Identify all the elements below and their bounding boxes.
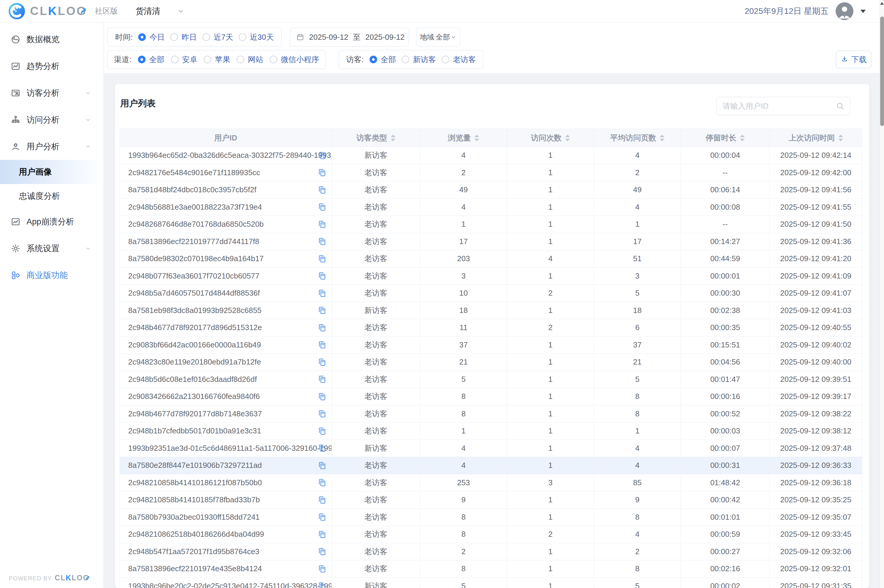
- page-scrollbar[interactable]: [879, 0, 884, 588]
- app-selector[interactable]: 货清清: [135, 0, 185, 22]
- copy-icon[interactable]: [317, 375, 327, 384]
- sidebar-item-1[interactable]: 趋势分析: [0, 53, 104, 80]
- table-row[interactable]: 8a7581eb98f3dc8a01993b92528c6855新访客18118…: [120, 302, 862, 319]
- copy-icon[interactable]: [317, 392, 327, 401]
- table-row[interactable]: 1993b8c96be20c2-02de25c913e0412-745110d-…: [120, 578, 862, 588]
- time-filter-option[interactable]: 近30天: [239, 32, 274, 42]
- date-range-picker[interactable]: 2025-09-12 至 2025-09-12: [290, 28, 408, 46]
- column-header-avg-pages[interactable]: 平均访问页数: [594, 129, 681, 147]
- avatar[interactable]: [836, 2, 853, 20]
- table-row[interactable]: 8a7580de98302c070198ec4b9a164b17老访客20345…: [120, 250, 862, 267]
- visitor-filter-option[interactable]: 新访客: [401, 54, 436, 65]
- table-row[interactable]: 1993b92351ae3d-01c5c6d486911a1-5a117006-…: [120, 440, 862, 457]
- copy-icon[interactable]: [317, 220, 327, 229]
- table-row[interactable]: 8a75813896ecf221019777dd744117f8老访客17117…: [120, 233, 862, 250]
- download-button[interactable]: 下载: [836, 51, 871, 68]
- copy-icon[interactable]: [317, 409, 327, 418]
- copy-icon[interactable]: [317, 478, 327, 487]
- scrollbar-up-arrow[interactable]: [880, 2, 884, 5]
- channel-filter-option[interactable]: 网站: [237, 54, 263, 65]
- region-filter[interactable]: 地域 全部: [416, 28, 460, 46]
- copy-icon[interactable]: [317, 564, 327, 574]
- column-header-page-views[interactable]: 浏览量: [420, 129, 507, 147]
- sidebar-item-5[interactable]: 用户画像: [0, 160, 104, 184]
- sidebar-item-9[interactable]: 商业版功能: [0, 262, 104, 288]
- table-row[interactable]: 2c9083426662a2130166760fea9840f6老访客81800…: [120, 388, 862, 405]
- copy-icon[interactable]: [317, 288, 327, 298]
- channel-filter-option[interactable]: 微信小程序: [270, 54, 319, 65]
- radio-icon[interactable]: [138, 33, 146, 41]
- radio-icon[interactable]: [370, 56, 377, 63]
- copy-icon[interactable]: [317, 581, 327, 588]
- search-input[interactable]: [722, 101, 833, 111]
- copy-icon[interactable]: [317, 271, 327, 280]
- radio-icon[interactable]: [204, 56, 211, 63]
- radio-icon[interactable]: [270, 56, 277, 63]
- sidebar-item-7[interactable]: App崩溃分析: [0, 208, 104, 235]
- sidebar-item-4[interactable]: 用户分析: [0, 133, 104, 160]
- copy-icon[interactable]: [317, 495, 327, 505]
- radio-icon[interactable]: [203, 33, 210, 41]
- table-row[interactable]: 2c9482687646d8e701768da6850c520b老访客111--…: [120, 216, 862, 233]
- table-row[interactable]: 1993b964ec65d2-0ba326d6c5eaca-30322f75-2…: [120, 147, 862, 164]
- copy-icon[interactable]: [317, 512, 327, 522]
- copy-icon[interactable]: [317, 202, 327, 212]
- visitor-filter-option[interactable]: 全部: [370, 54, 396, 65]
- column-header-visitor-type[interactable]: 访客类型: [332, 129, 420, 147]
- table-row[interactable]: 2c948b4677d78f920177d896d515312e老访客11260…: [120, 319, 862, 336]
- sidebar-item-3[interactable]: 访问分析: [0, 106, 104, 133]
- table-row[interactable]: 8a75813896ecf22101974e435e8b4124老访客81800…: [120, 560, 862, 578]
- table-row[interactable]: 2c948210858b41410185f78fbad33b7b老访客91900…: [120, 491, 862, 508]
- avatar-caret-icon[interactable]: [860, 10, 866, 13]
- copy-icon[interactable]: [317, 443, 327, 453]
- copy-icon[interactable]: [317, 168, 327, 177]
- sort-carets-icon[interactable]: [660, 135, 665, 141]
- channel-filter-option[interactable]: 安卓: [171, 54, 197, 65]
- date-start[interactable]: 2025-09-12: [309, 33, 348, 42]
- table-row[interactable]: 2c948b1b7cfedbb5017d01b0a91e3c31老访客11100…: [120, 422, 862, 440]
- table-row[interactable]: 2c948b077f63ea36017f70210cb60577老访客31300…: [120, 267, 862, 285]
- time-filter-option[interactable]: 今日: [138, 32, 165, 42]
- table-row[interactable]: 2c94823c80e119e20180ebd91a7b12fe老访客21121…: [120, 353, 862, 371]
- sort-carets-icon[interactable]: [838, 135, 843, 141]
- sort-carets-icon[interactable]: [474, 135, 479, 141]
- copy-icon[interactable]: [317, 151, 327, 160]
- table-row[interactable]: 2c9083bf66d42ac00166e0000a116b49老访客37137…: [120, 336, 862, 354]
- radio-icon[interactable]: [138, 56, 146, 63]
- radio-icon[interactable]: [239, 33, 247, 41]
- sidebar-item-0[interactable]: 数据概览: [0, 26, 104, 53]
- sort-carets-icon[interactable]: [740, 135, 745, 141]
- sort-carets-icon[interactable]: [565, 135, 570, 141]
- time-filter-option[interactable]: 昨日: [170, 32, 197, 42]
- search-icon[interactable]: [836, 102, 845, 110]
- sidebar-item-2[interactable]: 访客分析: [0, 80, 104, 106]
- copy-icon[interactable]: [317, 547, 327, 556]
- table-row[interactable]: 2c948b5a7d460575017d4844df88536f老访客10250…: [120, 284, 862, 302]
- channel-filter-option[interactable]: 苹果: [204, 54, 230, 65]
- table-row[interactable]: 8a7580e28f8447e101906b73297211ad老访客41400…: [120, 457, 862, 474]
- radio-icon[interactable]: [237, 56, 244, 63]
- table-row[interactable]: 2c948210862518b40186266d4ba04d99老访客82400…: [120, 526, 862, 543]
- table-row[interactable]: 2c948b4677d78f920177d8b7148e3637老访客81800…: [120, 405, 862, 423]
- copy-icon[interactable]: [317, 237, 327, 246]
- column-header-duration[interactable]: 停留时长: [681, 129, 770, 147]
- date-end[interactable]: 2025-09-12: [365, 33, 404, 42]
- radio-icon[interactable]: [442, 56, 450, 63]
- column-header-last-visit-time[interactable]: 上次访问时间: [770, 129, 862, 147]
- sidebar-item-6[interactable]: 忠诚度分析: [0, 184, 104, 208]
- time-filter-option[interactable]: 近7天: [203, 32, 233, 42]
- copy-icon[interactable]: [317, 530, 327, 539]
- copy-icon[interactable]: [317, 185, 327, 195]
- scrollbar-thumb[interactable]: [880, 16, 884, 126]
- table-row[interactable]: 8a7581d48bf24dbc018c0c3957cb5f2f老访客49149…: [120, 181, 862, 198]
- sidebar-item-8[interactable]: 系统设置: [0, 235, 104, 262]
- visitor-filter-option[interactable]: 老访客: [442, 54, 476, 65]
- radio-icon[interactable]: [171, 56, 179, 63]
- copy-icon[interactable]: [317, 461, 327, 470]
- table-row[interactable]: 2c9482176e5484c9016e71f1189935cc老访客212--…: [120, 164, 862, 182]
- table-row[interactable]: 2c948b56881e3ae00188223a73f719e4老访客41400…: [120, 198, 862, 216]
- copy-icon[interactable]: [317, 323, 327, 332]
- copy-icon[interactable]: [317, 306, 327, 315]
- table-row[interactable]: 2c948210858b41410186121f087b50b0老访客25338…: [120, 474, 862, 491]
- copy-icon[interactable]: [317, 357, 327, 367]
